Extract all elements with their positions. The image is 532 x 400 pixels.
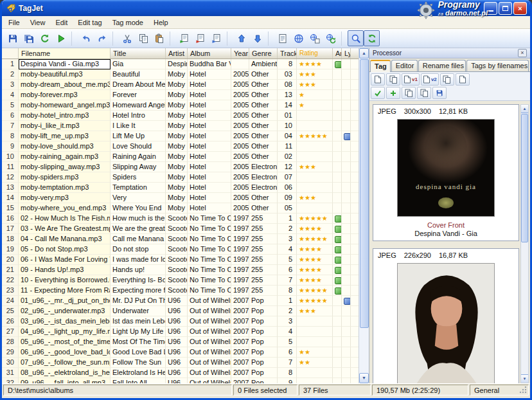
table-row[interactable]: 2805_u96_-_most_of_the_time.mp3Most Of T…: [2, 337, 359, 347]
column-header-filename[interactable]: Filename: [19, 48, 111, 59]
panel-caption[interactable]: Processor ×: [369, 48, 530, 59]
report-button[interactable]: [274, 30, 290, 46]
table-row[interactable]: 14moby-very.mp3VeryMobyHotel2005Other09★…: [2, 193, 359, 203]
column-header-genre[interactable]: Genre: [249, 48, 278, 59]
column-header-album[interactable]: Album: [188, 48, 231, 59]
tab-tag[interactable]: Tag: [370, 60, 391, 72]
menu-tag-mode[interactable]: Tag mode: [107, 17, 148, 28]
cut-tag-button[interactable]: [192, 30, 208, 46]
table-row[interactable]: 7moby-i_like_it.mp3I Like ItMobyHotel200…: [2, 121, 359, 131]
table-row[interactable]: 4moby-forever.mp3ForeverMobyHotel2005Oth…: [2, 90, 359, 100]
auto-sync-button[interactable]: [364, 30, 380, 46]
refresh-button[interactable]: [37, 30, 53, 46]
undo-button[interactable]: [78, 30, 94, 46]
resize-grip[interactable]: [519, 386, 528, 394]
artwork-card-second[interactable]: JPEG 226x290 16,87 KB: [373, 248, 519, 383]
web-import-button[interactable]: [306, 30, 323, 46]
table-row[interactable]: 2906_u96_-_good_love_bad_love.mp3Good Lo…: [2, 347, 359, 358]
panel-close-icon[interactable]: ×: [518, 49, 527, 57]
scroll-up-arrow[interactable]: ▲: [359, 48, 369, 59]
menu-file[interactable]: File: [3, 17, 25, 28]
maximize-button[interactable]: [499, 2, 512, 15]
copy-frame-button[interactable]: [402, 87, 416, 99]
table-row[interactable]: 2401_u96_-_mr._dj_put_on_the_redMr. DJ P…: [2, 296, 359, 306]
sync-tags-button[interactable]: [440, 73, 454, 86]
menu-edit[interactable]: Edit: [50, 17, 73, 28]
copy-tag-button[interactable]: [176, 30, 192, 46]
table-vertical-scrollbar[interactable]: ▲ ▼: [359, 48, 369, 383]
photo-preview-image[interactable]: [397, 263, 495, 383]
table-row[interactable]: 1905 - Do not Stop.mp3Do not stopScooter…: [2, 244, 359, 255]
save-tag-button[interactable]: [432, 87, 447, 99]
save-button[interactable]: [4, 30, 21, 46]
tab-editor[interactable]: Editor: [391, 60, 418, 71]
panel-vertical-scrollbar[interactable]: ▲ ▼: [520, 104, 529, 383]
table-row[interactable]: 10moby-raining_again.mp3Raining AgainMob…: [2, 152, 359, 162]
table-row[interactable]: 12moby-spiders.mp3SpidersMobyHotel2005El…: [2, 172, 359, 183]
menu-help[interactable]: Help: [148, 17, 173, 28]
table-row[interactable]: 3209_u96_-_fall_into_all.mp3Fall Into Al…: [2, 378, 359, 383]
column-header-artist[interactable]: Artist: [166, 48, 188, 59]
save-all-button[interactable]: [21, 30, 37, 46]
column-header-year[interactable]: Year: [231, 48, 249, 59]
search-button[interactable]: [348, 30, 364, 46]
panel-scroll-up-arrow[interactable]: ▲: [521, 105, 528, 113]
table-row[interactable]: 1804 - Call Me Manana.mp3Call me MananaS…: [2, 234, 359, 244]
menu-view[interactable]: View: [25, 17, 51, 28]
table-row[interactable]: 1602 - How Much Is The Fish.mp3How much …: [2, 214, 359, 224]
tab-rename-files[interactable]: Rename files: [418, 60, 466, 71]
album-cover-image[interactable]: despina vandi gia: [397, 119, 495, 217]
play-button[interactable]: [53, 30, 69, 46]
close-button[interactable]: ×: [513, 2, 527, 15]
table-row[interactable]: 3moby-dream_about_me.mp3Dream About MeMo…: [2, 80, 359, 90]
table-row[interactable]: 15moby-where_you_end.mp3Where You EndMob…: [2, 203, 359, 214]
table-row[interactable]: 1703 - We Are The Greatest.mp3We are the…: [2, 224, 359, 234]
table-row[interactable]: 13moby-temptation.mp3TemptationMobyHotel…: [2, 183, 359, 193]
column-header-art[interactable]: Art: [333, 48, 342, 59]
artwork-card-front[interactable]: JPEG 300x300 12,81 KB despina vandi gia …: [373, 104, 519, 241]
table-row[interactable]: 6moby-hotel_intro.mp3Hotel IntroMobyHote…: [2, 111, 359, 121]
move-down-button[interactable]: [249, 30, 265, 46]
scroll-thumb[interactable]: [360, 59, 369, 328]
column-header-title[interactable]: Title: [111, 48, 166, 59]
table-row[interactable]: 2311 - Expecting More From Ratty.mp3Expe…: [2, 286, 359, 296]
table-row[interactable]: 2603_u96_-_ist_das_mein_leben.mp3Ist das…: [2, 316, 359, 327]
table-row[interactable]: 2210 - Everything is Borrowed.mp3Everyth…: [2, 275, 359, 286]
title-bar[interactable]: TagJet Programy za darmo.net.pl ×: [2, 0, 530, 16]
column-header-row-number[interactable]: [2, 48, 19, 59]
apply-tag-button[interactable]: [371, 87, 385, 99]
minimize-button[interactable]: [484, 2, 497, 15]
table-row[interactable]: 3108_u96_-_elektroland_is_here.mp3Elektr…: [2, 368, 359, 378]
column-header-rating[interactable]: Rating: [297, 48, 333, 59]
view-tag-button[interactable]: [371, 73, 385, 86]
id3v1-toggle[interactable]: v1: [402, 73, 420, 86]
table-row[interactable]: 3007_u96_-_follow_the_sun.mp3Follow The …: [2, 358, 359, 368]
panel-scroll-down-arrow[interactable]: ▼: [521, 374, 528, 383]
web-sync-button[interactable]: [323, 30, 339, 46]
panel-scroll-thumb[interactable]: [521, 114, 528, 242]
table-row[interactable]: 2109 - Hands Up!.mp3Hands up!ScooterNo T…: [2, 265, 359, 275]
menu-edit-tag[interactable]: Edit tag: [73, 17, 107, 28]
copy-tag-button[interactable]: [386, 73, 400, 86]
table-row[interactable]: 2704_u96_-_light_up_my_life.mp3Light Up …: [2, 327, 359, 337]
redo-button[interactable]: [94, 30, 110, 46]
table-row[interactable]: 2moby-beautiful.mp3BeautifulMobyHotel200…: [2, 69, 359, 80]
tab-tags-by-filenames[interactable]: Tags by filenames: [466, 60, 529, 71]
table-row[interactable]: 2502_u96_-_underwater.mp3UnderwaterU96Ou…: [2, 306, 359, 316]
table-row[interactable]: 2006 - I Was Made For Loving You.mp3I wa…: [2, 255, 359, 265]
move-up-button[interactable]: [233, 30, 249, 46]
column-header-lyr[interactable]: Lyr: [342, 48, 351, 59]
copy-button[interactable]: [135, 30, 151, 46]
id3v2-toggle[interactable]: v2: [421, 73, 439, 86]
table-row[interactable]: 11moby-slipping_away.mp3Slipping AwayMob…: [2, 162, 359, 172]
paste-tag-button[interactable]: [208, 30, 224, 46]
add-frame-button[interactable]: [386, 87, 400, 99]
table-row-selected[interactable]: 1Despina Vandi - Gia.mp3GiaDespinaBuddha…: [2, 59, 359, 69]
paste-button[interactable]: [151, 30, 167, 46]
cut-button[interactable]: [119, 30, 135, 46]
paste-frame-button[interactable]: [417, 87, 431, 99]
table-row[interactable]: 9moby-love_should.mp3Love ShouldMobyHote…: [2, 141, 359, 152]
scroll-down-arrow[interactable]: ▼: [359, 373, 369, 383]
tag-options-button[interactable]: [456, 73, 470, 86]
column-header-track[interactable]: Track: [278, 48, 297, 59]
